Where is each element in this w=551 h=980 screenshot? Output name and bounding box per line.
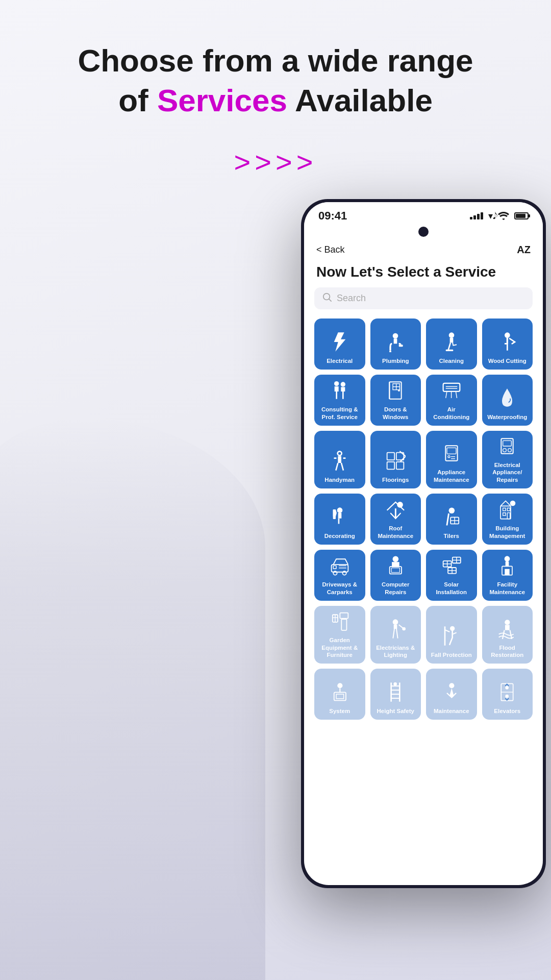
svg-line-92 — [445, 630, 449, 632]
svg-point-65 — [393, 556, 399, 562]
back-button[interactable]: < Back — [316, 244, 345, 255]
svg-point-87 — [393, 619, 398, 625]
services-grid: ElectricalPlumbingCleaningWood CuttingCo… — [314, 318, 533, 730]
sort-az-button[interactable]: AZ — [517, 244, 531, 256]
svg-rect-42 — [503, 440, 512, 446]
header-services-word: Services — [157, 83, 287, 118]
svg-point-31 — [338, 452, 341, 454]
svg-rect-85 — [340, 613, 348, 619]
waterproofing-icon — [497, 388, 517, 410]
svg-rect-94 — [505, 625, 510, 630]
service-card-handyman[interactable]: Handyman — [314, 431, 365, 488]
svg-rect-56 — [503, 513, 506, 516]
service-label-air-conditioning: Air Conditioning — [429, 406, 474, 421]
service-card-electrical[interactable]: Electrical — [314, 318, 365, 370]
facility-maintenance-icon — [497, 555, 517, 578]
service-card-roof-maintenance[interactable]: Roof Maintenance — [370, 494, 421, 545]
svg-point-49 — [448, 507, 455, 513]
search-icon — [322, 292, 332, 304]
service-card-plumbing[interactable]: Plumbing — [370, 318, 421, 370]
service-card-cleaning[interactable]: Cleaning — [426, 318, 477, 370]
svg-rect-21 — [443, 383, 460, 391]
service-card-floorings[interactable]: Floorings — [370, 431, 421, 488]
svg-rect-30 — [343, 457, 345, 459]
service-card-doors-windows[interactable]: Doors & Windows — [370, 375, 421, 426]
service-label-tilers: Tilers — [444, 532, 459, 540]
service-card-electrical-appliance[interactable]: Electrical Appliance/ Repairs — [482, 431, 533, 488]
header: Choose from a wide range of Services Ava… — [0, 0, 551, 130]
service-card-maintenance[interactable]: Maintenance — [426, 669, 477, 720]
camera-area — [304, 227, 543, 240]
status-icons: ▾𝅘𝅥𝅮 — [470, 210, 529, 222]
service-label-electrical-appliance: Electrical Appliance/ Repairs — [485, 461, 530, 483]
service-label-facility-maintenance: Facility Maintenance — [485, 581, 530, 596]
service-card-building-management[interactable]: Building Management — [482, 494, 533, 545]
service-card-garden-equipment[interactable]: Garden Equipment & Furniture — [314, 606, 365, 664]
search-input[interactable]: Search — [337, 293, 366, 304]
service-card-electricians-lighting[interactable]: Electricians & Lighting — [370, 606, 421, 664]
plumbing-icon — [385, 332, 406, 354]
app-content: < Back AZ Now Let's Select a Service Sea… — [304, 240, 543, 730]
svg-point-58 — [510, 501, 516, 506]
service-label-roof-maintenance: Roof Maintenance — [373, 525, 418, 540]
service-label-flood-restoration: Flood Restoration — [485, 644, 530, 659]
service-label-system: System — [329, 707, 350, 715]
svg-point-13 — [340, 382, 345, 387]
service-card-appliance-maintenance[interactable]: Appliance Maintenance — [426, 431, 477, 488]
service-label-height-safety: Height Safety — [377, 707, 415, 715]
service-label-building-management: Building Management — [485, 525, 530, 540]
svg-rect-79 — [506, 561, 509, 566]
fall-protection-icon — [441, 626, 462, 648]
phone-screen: 09:41 ▾𝅘𝅥𝅮 — [304, 202, 543, 885]
service-card-solar-installation[interactable]: Solar Installation — [426, 550, 477, 601]
service-label-cleaning: Cleaning — [439, 357, 464, 364]
tilers-icon — [441, 507, 462, 529]
svg-point-109 — [506, 686, 509, 690]
service-card-system[interactable]: System — [314, 669, 365, 720]
svg-point-90 — [450, 626, 455, 631]
flood-restoration-icon — [497, 619, 517, 641]
service-card-height-safety[interactable]: Height Safety — [370, 669, 421, 720]
service-label-wood-cutting: Wood Cutting — [488, 357, 527, 364]
svg-point-45 — [337, 507, 342, 513]
svg-point-110 — [506, 695, 509, 698]
electrical-icon — [330, 332, 350, 354]
service-card-waterproofing[interactable]: Waterproofing — [482, 375, 533, 426]
service-label-solar-installation: Solar Installation — [429, 581, 474, 596]
height-safety-icon — [385, 682, 406, 704]
svg-point-6 — [448, 332, 454, 338]
svg-rect-96 — [334, 692, 345, 700]
service-label-garden-equipment: Garden Equipment & Furniture — [317, 636, 362, 658]
service-label-floorings: Floorings — [382, 476, 409, 483]
decorating-icon — [330, 507, 350, 529]
service-card-tilers[interactable]: Tilers — [426, 494, 477, 545]
battery-icon — [514, 212, 529, 219]
svg-rect-86 — [341, 619, 346, 630]
svg-rect-37 — [447, 448, 456, 454]
service-card-consulting[interactable]: Consulting & Prof. Service — [314, 375, 365, 426]
doors-windows-icon — [385, 380, 406, 403]
service-card-fall-protection[interactable]: Fall Protection — [426, 606, 477, 664]
service-label-handyman: Handyman — [324, 476, 355, 483]
service-card-elevators[interactable]: Elevators — [482, 669, 533, 720]
svg-rect-29 — [334, 457, 336, 459]
service-card-driveways[interactable]: Driveways & Carparks — [314, 550, 365, 601]
service-card-air-conditioning[interactable]: Air Conditioning — [426, 375, 477, 426]
service-card-wood-cutting[interactable]: Wood Cutting — [482, 318, 533, 370]
service-card-flood-restoration[interactable]: Flood Restoration — [482, 606, 533, 664]
service-label-plumbing: Plumbing — [382, 357, 409, 364]
svg-point-44 — [508, 449, 512, 452]
service-card-decorating[interactable]: Decorating — [314, 494, 365, 545]
svg-point-93 — [505, 620, 510, 625]
status-time: 09:41 — [318, 209, 347, 223]
phone-wrapper: 09:41 ▾𝅘𝅥𝅮 — [0, 199, 551, 888]
service-label-computer-repairs: Computer Repairs — [373, 581, 418, 596]
service-card-computer-repairs[interactable]: Computer Repairs — [370, 550, 421, 601]
svg-rect-55 — [508, 508, 510, 511]
service-label-driveways: Driveways & Carparks — [317, 581, 362, 596]
garden-equipment-icon — [330, 611, 350, 633]
svg-rect-32 — [387, 452, 395, 460]
service-card-facility-maintenance[interactable]: Facility Maintenance — [482, 550, 533, 601]
service-label-appliance-maintenance: Appliance Maintenance — [429, 469, 474, 483]
search-bar[interactable]: Search — [314, 287, 533, 309]
